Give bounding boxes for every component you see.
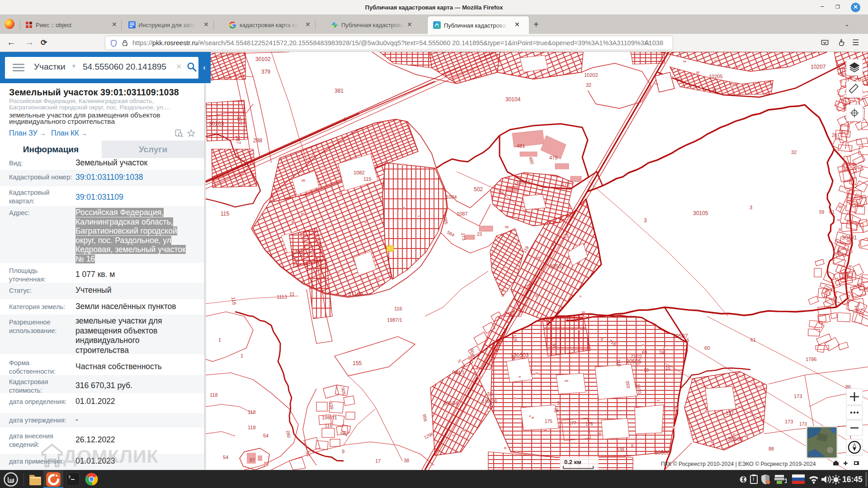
- svg-text:479: 479: [549, 155, 557, 160]
- svg-text:9: 9: [677, 77, 679, 82]
- svg-text:59: 59: [819, 210, 825, 215]
- svg-text:173: 173: [794, 394, 802, 399]
- svg-text:30502: 30502: [549, 263, 565, 270]
- svg-text:381: 381: [335, 88, 344, 94]
- svg-text:16: 16: [665, 366, 671, 371]
- svg-text:173: 173: [799, 422, 807, 427]
- svg-text:75: 75: [863, 288, 868, 293]
- svg-text:30504: 30504: [443, 400, 458, 407]
- svg-text:32: 32: [586, 82, 591, 88]
- svg-text:1082: 1082: [354, 170, 364, 175]
- svg-text:481: 481: [517, 143, 525, 149]
- svg-text:97: 97: [250, 457, 255, 463]
- svg-text:175: 175: [545, 419, 552, 424]
- svg-text:30506: 30506: [655, 450, 670, 456]
- svg-text:50: 50: [487, 391, 493, 397]
- svg-text:26: 26: [832, 132, 837, 138]
- svg-text:51: 51: [499, 189, 505, 194]
- svg-text:30503: 30503: [514, 352, 529, 358]
- svg-text:30105: 30105: [693, 210, 708, 216]
- svg-text:54: 54: [223, 455, 228, 460]
- svg-text:1987/1: 1987/1: [322, 415, 337, 420]
- svg-text:3: 3: [557, 401, 560, 406]
- svg-text:$: $: [68, 474, 71, 479]
- svg-text:115: 115: [221, 211, 229, 217]
- svg-text:54: 54: [263, 433, 269, 438]
- svg-text:30505: 30505: [626, 358, 642, 365]
- svg-text:1: 1: [241, 353, 243, 358]
- svg-text:493: 493: [295, 249, 303, 255]
- svg-text:1987/6: 1987/6: [482, 399, 497, 404]
- svg-text:9: 9: [342, 449, 344, 454]
- svg-text:38: 38: [404, 458, 409, 463]
- svg-text:10207: 10207: [811, 64, 826, 70]
- svg-text:0.2 км: 0.2 км: [564, 459, 581, 465]
- svg-text:1084: 1084: [446, 194, 457, 200]
- svg-text:3: 3: [644, 217, 647, 224]
- svg-text:177: 177: [569, 421, 576, 426]
- svg-text:904/1: 904/1: [452, 370, 465, 375]
- svg-text:379: 379: [261, 69, 270, 75]
- svg-text:155: 155: [353, 360, 362, 366]
- svg-text:35: 35: [554, 408, 559, 413]
- svg-text:118: 118: [248, 425, 256, 430]
- svg-text:176: 176: [585, 422, 593, 427]
- svg-text:30501: 30501: [515, 179, 531, 186]
- svg-text:ПКК © Росреестр 2010-2024 | ЕЭ: ПКК © Росреестр 2010-2024 | ЕЭКО © Росре…: [661, 461, 816, 467]
- svg-text:32: 32: [791, 150, 797, 155]
- svg-text:139: 139: [617, 447, 624, 452]
- svg-text:30507: 30507: [673, 333, 688, 339]
- svg-text:1: 1: [784, 477, 787, 484]
- svg-text:24: 24: [659, 350, 665, 355]
- svg-text:137: 137: [726, 410, 734, 416]
- svg-text:118: 118: [210, 392, 218, 398]
- svg-text:31109: 31109: [348, 291, 363, 297]
- svg-text:1786: 1786: [806, 357, 816, 362]
- svg-text:23: 23: [477, 232, 482, 237]
- svg-text:1: 1: [218, 337, 221, 343]
- svg-text:116: 116: [394, 306, 402, 311]
- svg-text:10202: 10202: [584, 72, 598, 78]
- svg-text:118: 118: [248, 409, 256, 415]
- svg-text:1: 1: [582, 326, 585, 331]
- svg-text:288: 288: [253, 137, 262, 144]
- svg-text:61: 61: [829, 209, 835, 215]
- svg-text:502: 502: [474, 186, 483, 192]
- svg-text:1087: 1087: [457, 211, 467, 216]
- svg-text:1987/1: 1987/1: [387, 317, 402, 323]
- svg-text:69: 69: [642, 350, 647, 355]
- svg-text:173: 173: [785, 419, 793, 424]
- svg-text:1: 1: [344, 117, 346, 122]
- svg-text:10205: 10205: [709, 74, 723, 79]
- svg-text:115: 115: [363, 176, 372, 182]
- svg-text:60: 60: [704, 345, 710, 351]
- svg-text:!: !: [753, 477, 754, 482]
- svg-text:61: 61: [750, 337, 756, 343]
- svg-text:717/2: 717/2: [631, 354, 642, 359]
- svg-text:30103: 30103: [209, 121, 224, 127]
- svg-text:1: 1: [566, 316, 569, 321]
- svg-text:30104: 30104: [505, 96, 521, 103]
- svg-text:30102: 30102: [255, 56, 271, 62]
- svg-text:17: 17: [375, 458, 381, 464]
- svg-text:1: 1: [244, 162, 247, 167]
- svg-text:3: 3: [750, 205, 752, 210]
- svg-text:19: 19: [644, 368, 649, 373]
- svg-text:88: 88: [769, 446, 774, 451]
